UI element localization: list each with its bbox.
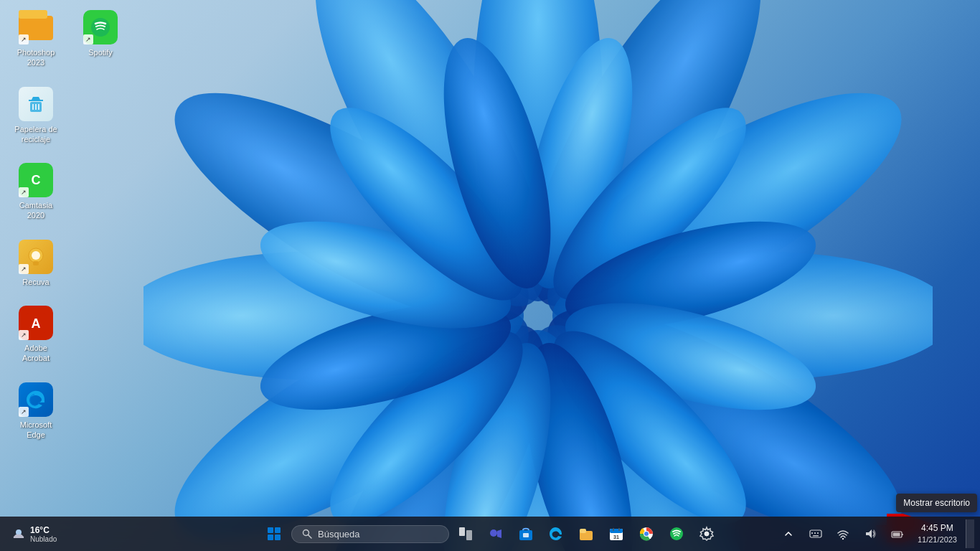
taskbar-store[interactable] <box>512 520 540 547</box>
svg-rect-63 <box>814 532 816 534</box>
svg-rect-32 <box>33 261 39 265</box>
windows-logo-icon <box>267 527 281 541</box>
spotify-taskbar-icon <box>669 526 684 542</box>
svg-rect-25 <box>19 10 47 19</box>
edge-taskbar-icon <box>548 526 564 542</box>
desktop: ↗ Photoshop 2023 ↗ <box>0 0 980 551</box>
volume-icon <box>864 527 877 540</box>
taskbar-edge[interactable] <box>542 520 570 547</box>
temperature: 16°C <box>30 525 57 535</box>
svg-point-37 <box>16 529 22 535</box>
weather-widget[interactable]: 16°C Nublado <box>6 522 62 546</box>
svg-point-46 <box>490 529 497 537</box>
svg-point-60 <box>705 532 709 536</box>
taskbar-calendar[interactable]: 31 <box>603 520 630 547</box>
chrome-icon <box>639 526 654 542</box>
svg-rect-65 <box>813 535 819 537</box>
battery-icon <box>891 527 904 540</box>
wallpaper <box>143 0 933 551</box>
svg-rect-64 <box>817 532 819 534</box>
store-icon <box>518 526 534 542</box>
svg-point-59 <box>670 527 683 540</box>
tray-battery[interactable] <box>886 522 909 545</box>
svg-rect-41 <box>275 534 281 540</box>
explorer-icon <box>578 526 594 542</box>
clock-time: 4:45 PM <box>921 522 953 534</box>
svg-point-66 <box>842 538 844 540</box>
show-desktop-button[interactable] <box>966 519 974 548</box>
taskbar-task-view[interactable] <box>452 520 479 547</box>
camtasia-label: Camtasia 2020 <box>10 200 62 221</box>
meet-icon <box>488 526 504 542</box>
taskbar-right: 4:45 PM 11/21/2023 <box>777 519 974 548</box>
desktop-icons: ↗ Photoshop 2023 ↗ <box>7 7 129 443</box>
weather-info: 16°C Nublado <box>30 525 57 543</box>
calendar-icon: 31 <box>608 526 624 542</box>
svg-rect-52 <box>610 529 623 533</box>
svg-rect-45 <box>466 530 472 540</box>
clock[interactable]: 4:45 PM 11/21/2023 <box>913 521 961 547</box>
desktop-icon-recycle[interactable]: Papelera de reciclaje <box>7 84 65 148</box>
keyboard-icon <box>809 527 822 540</box>
tray-wifi[interactable] <box>831 522 854 545</box>
weather-icon <box>11 527 26 541</box>
task-view-icon <box>458 527 473 541</box>
wifi-icon <box>837 527 849 540</box>
recycle-label: Papelera de reciclaje <box>10 124 62 145</box>
svg-rect-39 <box>275 527 281 533</box>
chevron-up-icon <box>784 529 793 538</box>
svg-line-43 <box>308 535 312 539</box>
search-bar[interactable]: Búsqueda <box>291 525 449 543</box>
taskbar-chrome[interactable] <box>633 520 660 547</box>
taskbar: 16°C Nublado <box>0 517 980 551</box>
tray-volume[interactable] <box>859 522 882 545</box>
taskbar-center: Búsqueda <box>260 519 720 548</box>
svg-rect-50 <box>580 529 586 533</box>
svg-rect-62 <box>811 532 813 534</box>
photoshop-label: Photoshop 2023 <box>10 47 62 68</box>
taskbar-settings[interactable] <box>693 520 720 547</box>
edge-label: Microsoft Edge <box>10 420 62 441</box>
search-placeholder: Búsqueda <box>318 529 360 540</box>
desktop-icon-edge[interactable]: ↗ Microsoft Edge <box>7 380 65 443</box>
taskbar-meet[interactable] <box>482 520 509 547</box>
svg-rect-40 <box>268 534 273 540</box>
svg-point-58 <box>644 532 649 536</box>
svg-text:A: A <box>32 316 41 331</box>
svg-rect-48 <box>523 533 529 537</box>
desktop-icon-acrobat[interactable]: A ↗ Adobe Acrobat <box>7 303 65 367</box>
svg-text:C: C <box>32 173 41 187</box>
clock-date: 11/21/2023 <box>918 534 957 545</box>
tray-keyboard[interactable] <box>804 522 827 545</box>
start-button[interactable] <box>260 519 288 548</box>
desktop-icon-spotify[interactable]: ↗ Spotify <box>72 7 129 71</box>
svg-point-31 <box>32 251 40 260</box>
desktop-icon-photoshop[interactable]: ↗ Photoshop 2023 <box>7 7 65 71</box>
svg-text:31: 31 <box>613 534 619 540</box>
svg-point-26 <box>91 18 110 37</box>
settings-icon <box>699 526 715 542</box>
acrobat-label: Adobe Acrobat <box>10 343 62 364</box>
svg-rect-44 <box>459 527 465 536</box>
taskbar-left: 16°C Nublado <box>6 522 92 546</box>
taskbar-spotify[interactable] <box>663 520 690 547</box>
svg-rect-69 <box>902 534 903 535</box>
desktop-icon-camtasia[interactable]: C ↗ Camtasia 2020 <box>7 160 65 224</box>
desktop-icon-recuva[interactable]: ↗ Recuva <box>7 237 65 290</box>
weather-condition: Nublado <box>30 535 57 543</box>
svg-rect-38 <box>268 527 273 533</box>
spotify-label: Spotify <box>88 47 113 57</box>
search-icon <box>302 529 312 539</box>
taskbar-explorer[interactable] <box>573 520 600 547</box>
svg-rect-68 <box>892 533 900 537</box>
tray-chevron[interactable] <box>777 522 800 545</box>
recuva-label: Recuva <box>22 277 49 287</box>
